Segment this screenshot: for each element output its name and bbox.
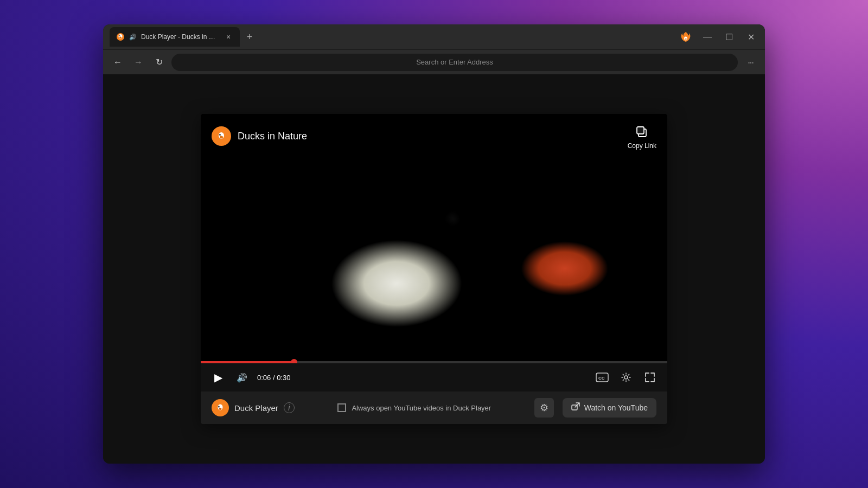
- watch-youtube-icon: [571, 402, 580, 413]
- svg-text:CC: CC: [598, 376, 605, 381]
- svg-point-8: [220, 136, 223, 139]
- duck-player-icon: [212, 399, 229, 416]
- browser-window: 🔊 Duck Player - Ducks in Nature... × + —…: [103, 24, 765, 464]
- duck-player-logo: Duck Player i: [212, 399, 295, 416]
- svg-point-18: [218, 406, 220, 408]
- tab-favicon: [116, 33, 125, 41]
- svg-point-6: [685, 38, 687, 40]
- svg-point-2: [119, 37, 122, 38]
- back-button[interactable]: ←: [110, 54, 126, 70]
- svg-point-17: [219, 408, 222, 410]
- copy-link-button[interactable]: Copy Link: [628, 123, 656, 150]
- volume-button[interactable]: 🔊: [233, 369, 251, 386]
- video-header: Ducks in Nature Copy: [201, 114, 667, 363]
- player-container: Ducks in Nature Copy: [201, 114, 667, 424]
- active-tab[interactable]: 🔊 Duck Player - Ducks in Nature... ×: [110, 27, 240, 47]
- watch-youtube-label: Watch on YouTube: [584, 403, 648, 412]
- controls-row: ▶ 🔊 0:06 / 0:30 CC: [201, 363, 667, 391]
- content-area: Ducks in Nature Copy: [103, 74, 765, 464]
- address-bar[interactable]: Search or Enter Address: [171, 54, 738, 71]
- copy-link-text: Copy Link: [628, 142, 656, 150]
- svg-point-10: [220, 134, 221, 135]
- ddg-logo-button[interactable]: [678, 29, 693, 44]
- svg-point-9: [219, 134, 221, 136]
- info-button[interactable]: i: [284, 402, 295, 413]
- play-button[interactable]: ▶: [209, 369, 227, 386]
- progress-fill: [201, 361, 294, 363]
- close-button[interactable]: ✕: [743, 29, 758, 44]
- video-with-progress: Ducks in Nature Copy: [201, 114, 667, 391]
- always-open-area: Always open YouTube videos in Duck Playe…: [303, 403, 526, 412]
- video-title-left: Ducks in Nature: [212, 126, 307, 146]
- always-open-label: Always open YouTube videos in Duck Playe…: [352, 404, 491, 412]
- progress-thumb: [291, 359, 297, 363]
- player-settings-button[interactable]: [617, 369, 635, 386]
- tab-title: Duck Player - Ducks in Nature...: [141, 33, 219, 41]
- ddg-badge: [212, 126, 231, 146]
- watch-on-youtube-button[interactable]: Watch on YouTube: [563, 398, 656, 418]
- menu-button[interactable]: ···: [742, 54, 758, 70]
- video-title: Ducks in Nature: [238, 131, 307, 142]
- time-display: 0:06 / 0:30: [257, 374, 290, 382]
- svg-point-4: [120, 35, 120, 36]
- bottom-bar: Duck Player i Always open YouTube videos…: [201, 391, 667, 424]
- svg-point-19: [219, 406, 220, 407]
- video-frame[interactable]: Ducks in Nature Copy: [201, 114, 667, 363]
- progress-bar[interactable]: [201, 361, 667, 363]
- nav-bar: ← → ↻ Search or Enter Address ···: [103, 49, 765, 74]
- svg-point-15: [624, 376, 628, 379]
- new-tab-button[interactable]: +: [242, 29, 257, 44]
- window-controls: — ☐ ✕: [678, 29, 758, 44]
- minimize-button[interactable]: —: [700, 29, 715, 44]
- tab-close-button[interactable]: ×: [224, 32, 233, 42]
- maximize-button[interactable]: ☐: [722, 29, 737, 44]
- tab-audio-icon: 🔊: [129, 34, 137, 41]
- tab-area: 🔊 Duck Player - Ducks in Nature... × +: [110, 27, 674, 47]
- player-preferences-button[interactable]: ⚙: [534, 398, 554, 418]
- svg-rect-12: [637, 127, 644, 134]
- captions-button[interactable]: CC: [593, 369, 611, 386]
- refresh-button[interactable]: ↻: [151, 54, 167, 70]
- video-title-bar: Ducks in Nature Copy: [201, 114, 667, 158]
- always-open-checkbox[interactable]: [337, 403, 346, 412]
- address-bar-text: Search or Enter Address: [416, 58, 493, 66]
- copy-link-icon: [633, 123, 650, 140]
- title-bar: 🔊 Duck Player - Ducks in Nature... × + —…: [103, 24, 765, 49]
- forward-button: →: [130, 54, 146, 70]
- fullscreen-button[interactable]: [641, 369, 659, 386]
- duck-player-label: Duck Player: [234, 403, 278, 413]
